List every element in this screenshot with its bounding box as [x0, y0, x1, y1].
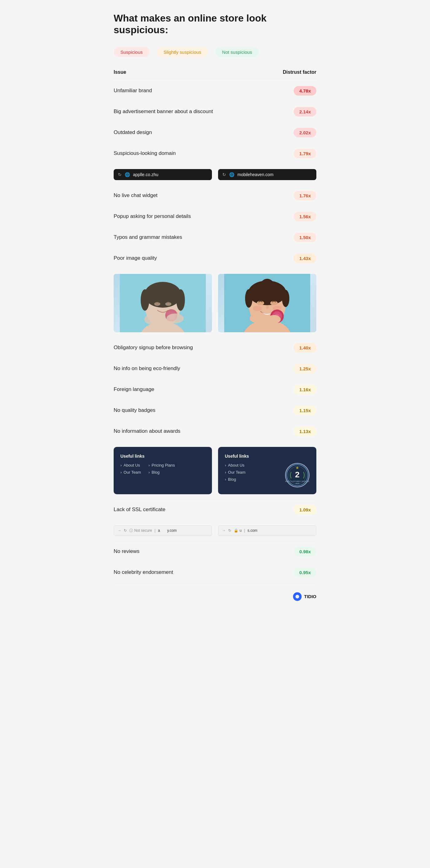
table-row: Unfamiliar brand 4.78x: [113, 81, 317, 101]
distrust-factor: 0.95x: [294, 568, 317, 577]
svg-rect-32: [261, 314, 263, 319]
distrust-factor: 1.50x: [294, 233, 317, 242]
footer-link: Blog: [225, 477, 285, 482]
svg-text:BEST CUSTOMER SERVICE: BEST CUSTOMER SERVICE: [285, 480, 309, 482]
distrust-factor: 1.15x: [294, 406, 317, 415]
col2-header: Distrust factor: [283, 69, 317, 75]
url-display: a y.com: [158, 528, 176, 533]
issue-label: Typos and grammar mistakes: [113, 234, 182, 240]
distrust-factor: 1.13x: [294, 427, 317, 436]
svg-rect-29: [254, 314, 256, 320]
distrust-factor: 1.40x: [294, 343, 317, 352]
footer-cards-section: Useful links About Us Our Team Pricing P…: [113, 442, 317, 499]
footer-link: About Us: [121, 463, 141, 467]
refresh-icon: ↻: [118, 172, 122, 177]
footer-links-col1: About Us Our Team: [121, 463, 141, 474]
ssl-bar-insecure: → ↻ ⓘ Not secure | a y.com: [113, 525, 212, 536]
issue-label: No quality badges: [113, 407, 156, 413]
url-text: applle.co.zhu: [133, 172, 159, 177]
issue-label: No celebrity endorsement: [113, 569, 173, 576]
distrust-factor: 1.43x: [294, 254, 317, 263]
lock-icon: 🔒: [234, 528, 238, 533]
browser-bar-ok: ↻ 🌐 mobileheaven.com: [218, 169, 317, 180]
globe-icon: 🌐: [125, 172, 130, 177]
issue-label: Poor image quality: [113, 255, 157, 261]
table-row: Popup asking for personal details 1.56x: [113, 206, 317, 227]
legend-suspicious: Suspicious: [113, 47, 150, 57]
refresh-icon: ↻: [222, 172, 226, 177]
distrust-factor: 1.16x: [294, 385, 317, 394]
poor-quality-image: [113, 274, 212, 332]
footer-card-title: Useful links: [121, 454, 205, 459]
table-row: Poor image quality 1.43x: [113, 248, 317, 269]
distrust-factor: 1.09x: [294, 505, 317, 515]
distrust-factor: 1.25x: [294, 364, 317, 373]
table-row: Suspicious-looking domain 1.79x: [113, 143, 317, 164]
url-text: mobileheaven.com: [237, 172, 274, 177]
footer-link: Blog: [148, 470, 175, 474]
refresh-icon: ↻: [124, 528, 127, 533]
ssl-bar-secure: → ↻ 🔒 u | s.com: [218, 525, 317, 536]
back-arrow-icon: →: [222, 528, 226, 533]
svg-point-17: [245, 289, 253, 308]
distrust-factor: 1.56x: [294, 212, 317, 221]
issue-label: Unfamiliar brand: [113, 88, 152, 94]
distrust-factor: 4.78x: [294, 86, 317, 96]
issue-label: Obligatory signup before browsing: [113, 345, 193, 351]
globe-icon: 🌐: [229, 172, 234, 177]
tidio-logo-icon: [293, 592, 302, 601]
ssl-bars-section: → ↻ ⓘ Not secure | a y.com → ↻ 🔒 u | s.c…: [113, 520, 317, 541]
tidio-footer: TIDIO: [113, 592, 317, 601]
legend: Suspicious Slightly suspicious Not suspi…: [113, 47, 317, 57]
image-comparison: [113, 269, 317, 338]
table-row: No reviews 0.98x: [113, 541, 317, 562]
footer-links-col: About Us Our Team Blog: [225, 463, 285, 482]
footer-link: Our Team: [225, 470, 285, 474]
svg-point-39: [295, 595, 299, 598]
table-row: Big advertisement banner about a discoun…: [113, 101, 317, 122]
footer-card-right: About Us Our Team Blog 2 BEST CUSTOMER S: [225, 463, 309, 488]
issue-label: Outdated design: [113, 129, 152, 135]
svg-point-27: [267, 315, 281, 324]
table-row: No information about awards 1.13x: [113, 421, 317, 442]
browser-bars-section: ↻ 🌐 applle.co.zhu ↻ 🌐 mobileheaven.com: [113, 164, 317, 185]
issue-label: Big advertisement banner about a discoun…: [113, 108, 213, 115]
secure-text: u: [239, 528, 242, 533]
issue-label: Suspicious-looking domain: [113, 150, 176, 156]
not-secure-indicator: ⓘ Not secure: [129, 528, 152, 533]
legend-slightly-suspicious: Slightly suspicious: [157, 47, 208, 57]
issue-label: No reviews: [113, 548, 139, 555]
browser-bar-suspicious: ↻ 🌐 applle.co.zhu: [113, 169, 212, 180]
issue-label: Lack of SSL certificate: [113, 506, 166, 513]
issue-label: No live chat widget: [113, 192, 158, 198]
footer-card-links: About Us Our Team Pricing Plans Blog: [121, 463, 205, 474]
table-row: No quality badges 1.15x: [113, 400, 317, 421]
refresh-icon: ↻: [228, 528, 231, 533]
issue-label: Popup asking for personal details: [113, 213, 191, 219]
page-title: What makes an online store look suspicio…: [113, 12, 317, 36]
secure-indicator: 🔒 u: [234, 528, 242, 533]
table-row: No celebrity endorsement 0.95x: [113, 562, 317, 583]
url-display: s.com: [247, 528, 257, 533]
footer-link: Our Team: [121, 470, 141, 474]
tidio-brand-name: TIDIO: [304, 594, 317, 599]
col1-header: Issue: [113, 69, 126, 75]
svg-point-19: [260, 279, 274, 292]
svg-rect-30: [256, 313, 258, 320]
distrust-factor: 2.14x: [294, 107, 317, 117]
table-row: Lack of SSL certificate 1.09x: [113, 499, 317, 520]
not-secure-text: Not secure: [134, 528, 152, 533]
footer-card-no-badge: Useful links About Us Our Team Pricing P…: [113, 447, 212, 494]
footer-card-title: Useful links: [225, 454, 309, 459]
table-row: No live chat widget 1.76x: [113, 185, 317, 206]
good-quality-image: [218, 274, 317, 332]
footer-links-col2: Pricing Plans Blog: [148, 463, 175, 474]
footer-link: Pricing Plans: [148, 463, 175, 467]
distrust-factor: 1.76x: [294, 191, 317, 200]
footer-link: About Us: [225, 463, 285, 467]
issue-label: No info on being eco-friendly: [113, 366, 180, 372]
table-row: Outdated design 2.02x: [113, 122, 317, 143]
table-row: Typos and grammar mistakes 1.50x: [113, 227, 317, 248]
table-header: Issue Distrust factor: [113, 69, 317, 79]
svg-point-22: [253, 306, 262, 311]
